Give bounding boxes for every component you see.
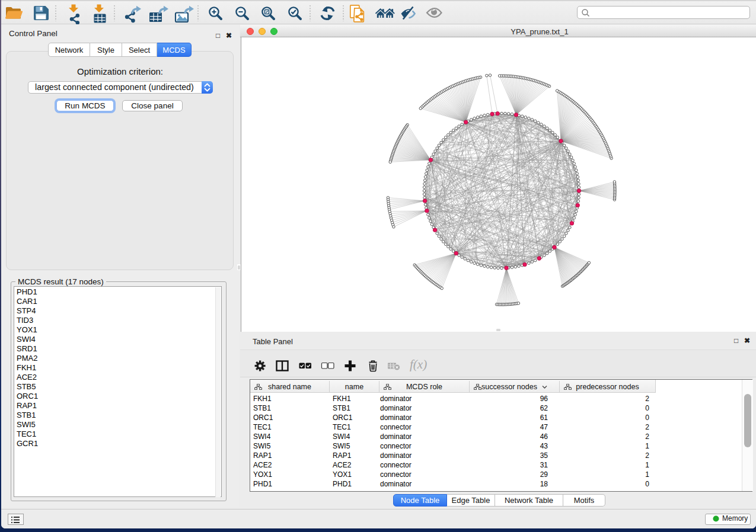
- svg-text:f(x): f(x): [410, 357, 427, 371]
